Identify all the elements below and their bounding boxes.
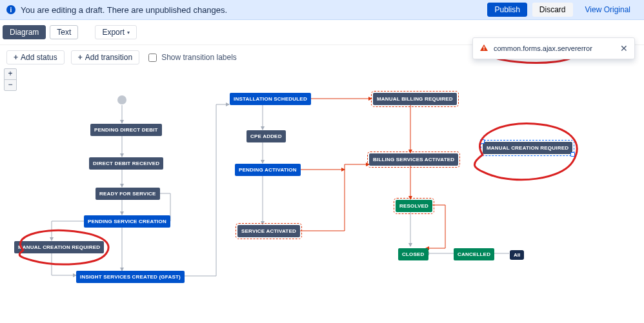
start-node[interactable] (117, 95, 126, 104)
publish-button[interactable]: Publish (487, 3, 527, 17)
info-icon: i (6, 5, 15, 14)
tab-text[interactable]: Text (50, 25, 78, 39)
show-labels-text: Show transition labels (161, 53, 237, 62)
status-pending-direct-debit[interactable]: PENDING DIRECT DEBIT (90, 124, 162, 136)
status-manual-billing-required[interactable]: MANUAL BILLING REQUIRED (373, 93, 457, 105)
add-transition-button[interactable]: + Add transition (71, 50, 139, 64)
banner-actions: Publish Discard View Original (487, 3, 638, 17)
zoom-out-button[interactable]: − (5, 80, 16, 90)
status-service-activated[interactable]: SERVICE ACTIVATED (237, 225, 300, 237)
global-all-pill[interactable]: All (510, 250, 524, 260)
show-labels-checkbox[interactable] (148, 54, 157, 62)
status-insight-services-created[interactable]: INSIGHT SERVICES CREATED (GFAST) (76, 271, 185, 283)
draft-banner: i You are editing a draft. There are unp… (0, 0, 644, 20)
svg-rect-1 (483, 46, 484, 49)
banner-left: i You are editing a draft. There are unp… (6, 5, 227, 15)
svg-rect-2 (483, 49, 484, 50)
banner-message: You are editing a draft. There are unpub… (21, 5, 227, 15)
discard-button[interactable]: Discard (532, 3, 573, 17)
close-icon[interactable]: ✕ (620, 43, 628, 54)
add-transition-label: Add transition (85, 53, 132, 62)
view-original-link[interactable]: View Original (578, 3, 638, 17)
plus-icon: + (14, 53, 18, 62)
add-status-label: Add status (21, 53, 57, 62)
plus-icon: + (78, 53, 83, 62)
toast-message: common.forms.ajax.servererror (494, 44, 592, 52)
tab-diagram[interactable]: Diagram (3, 25, 46, 39)
zoom-controls: + − (4, 68, 17, 91)
error-toast: common.forms.ajax.servererror ✕ (472, 37, 635, 59)
status-cpe-added[interactable]: CPE ADDED (247, 130, 286, 142)
workflow-canvas[interactable]: + − (0, 64, 644, 323)
export-label: Export (102, 28, 125, 37)
status-pending-service-creation[interactable]: PENDING SERVICE CREATION (84, 215, 170, 228)
status-closed[interactable]: CLOSED (398, 248, 428, 260)
status-cancelled[interactable]: CANCELLED (454, 248, 494, 260)
chevron-down-icon: ▾ (127, 30, 130, 35)
status-direct-debit-received[interactable]: DIRECT DEBIT RECEIVED (89, 157, 163, 170)
status-ready-for-service[interactable]: READY FOR SERVICE (96, 188, 160, 200)
zoom-in-button[interactable]: + (5, 69, 16, 80)
status-pending-activation[interactable]: PENDING ACTIVATION (235, 164, 301, 176)
export-dropdown[interactable]: Export ▾ (95, 25, 137, 39)
add-status-button[interactable]: + Add status (6, 50, 65, 64)
status-manual-creation-required-1[interactable]: MANUAL CREATION REQUIRED (14, 241, 104, 253)
error-icon (479, 44, 488, 53)
show-labels-toggle[interactable]: Show transition labels (146, 52, 237, 64)
status-billing-services-activated[interactable]: BILLING SERVICES ACTIVATED (369, 153, 458, 166)
status-resolved[interactable]: RESOLVED (396, 200, 432, 212)
status-manual-creation-required-2[interactable]: MANUAL CREATION REQUIRED (483, 142, 572, 154)
status-installation-scheduled[interactable]: INSTALLATION SCHEDULED (230, 93, 311, 105)
